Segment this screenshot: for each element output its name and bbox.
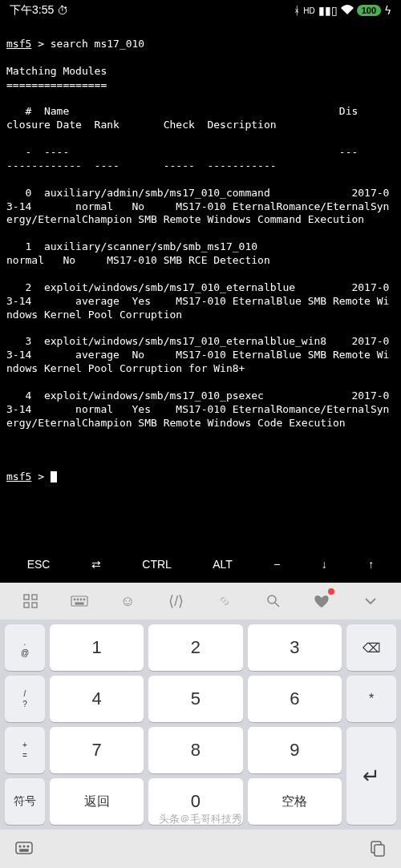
notification-dot [328, 588, 334, 595]
star-key[interactable]: * [346, 676, 396, 722]
collapse-icon[interactable] [361, 591, 380, 611]
hd-icon: HD [303, 6, 314, 15]
key-1[interactable]: 1 [50, 624, 144, 671]
svg-point-5 [74, 599, 75, 600]
key-7[interactable]: 7 [50, 727, 144, 773]
side-key-slash-qmark[interactable]: /? [5, 676, 45, 722]
svg-point-15 [27, 846, 29, 847]
signal-icon: ▮▮▯ [318, 4, 338, 17]
svg-point-10 [268, 595, 276, 604]
ctrl-key[interactable]: CTRL [136, 555, 178, 574]
alarm-icon: ⏱ [57, 4, 68, 17]
backspace-key[interactable]: ⌫ [346, 624, 396, 671]
svg-rect-12 [16, 842, 32, 854]
watermark: 头条＠毛哥科技秀 [159, 812, 242, 826]
heading: Matching Modules [6, 65, 107, 77]
svg-rect-1 [32, 595, 37, 600]
clipboard-icon[interactable] [366, 838, 388, 860]
heart-icon[interactable] [312, 591, 331, 611]
column-headers: # Name Dis closure Date Rank Check Descr… [6, 105, 395, 132]
prompt: msf5 [6, 38, 31, 50]
battery-indicator: 100 [357, 5, 381, 16]
heading-underline: ================ [6, 79, 107, 91]
tab-key[interactable]: ⇄ [85, 555, 107, 574]
svg-rect-18 [375, 845, 384, 856]
result-row-0: 0 auxiliary/admin/smb/ms17_010_command 2… [6, 187, 395, 228]
key-8[interactable]: 8 [148, 727, 242, 773]
svg-line-11 [275, 603, 279, 607]
svg-rect-9 [75, 603, 83, 604]
result-row-3: 3 exploit/windows/smb/ms17_010_eternalbl… [6, 335, 395, 376]
side-key-dot-at[interactable]: .@ [5, 624, 45, 671]
keyboard-bottom-bar [0, 830, 401, 868]
code-icon[interactable]: ⟨/⟩ [167, 591, 186, 611]
column-dashes: - ---- --- ------------ ---- ----- -----… [6, 146, 395, 173]
emoji-icon[interactable]: ☺ [118, 591, 137, 611]
bluetooth-icon: ᚼ [294, 4, 300, 17]
cursor [51, 471, 57, 482]
wifi-icon [341, 4, 354, 17]
keyboard-toolbar: ☺ ⟨/⟩ [0, 583, 401, 620]
result-row-4: 4 exploit/windows/smb/ms17_010_psexec 20… [6, 390, 395, 430]
charging-icon: ϟ [384, 4, 391, 17]
svg-rect-3 [32, 603, 37, 608]
enter-key[interactable]: ↵ [346, 727, 396, 825]
status-right: ᚼ HD ▮▮▯ 100 ϟ [294, 4, 391, 17]
alt-key[interactable]: ALT [206, 555, 239, 574]
svg-rect-2 [24, 603, 29, 608]
clock: 下午3:55 [10, 3, 54, 18]
keypad: .@ 1 2 3 ⌫ /? 4 5 6 * += 7 8 9 ↵ 符号 返回 0… [0, 620, 401, 830]
minus-key[interactable]: − [267, 555, 286, 574]
key-2[interactable]: 2 [148, 624, 242, 671]
svg-point-8 [83, 599, 85, 600]
keyboard-switch-icon[interactable] [13, 838, 35, 860]
svg-rect-16 [20, 850, 28, 851]
grid-icon[interactable] [21, 591, 40, 611]
command: search ms17_010 [51, 38, 144, 50]
arrow-up-key[interactable]: ↑ [362, 555, 380, 574]
svg-point-7 [80, 599, 82, 600]
result-row-2: 2 exploit/windows/smb/ms17_010_eternalbl… [6, 281, 395, 322]
svg-point-13 [19, 846, 21, 847]
status-bar: 下午3:55 ⏱ ᚼ HD ▮▮▯ 100 ϟ [0, 0, 401, 21]
key-3[interactable]: 3 [248, 624, 342, 671]
space-key[interactable]: 空格 [248, 778, 342, 825]
svg-rect-0 [24, 595, 29, 600]
key-4[interactable]: 4 [50, 676, 144, 722]
svg-point-6 [77, 599, 79, 600]
svg-point-14 [23, 846, 25, 847]
result-row-1: 1 auxiliary/scanner/smb/smb_ms17_010 nor… [6, 240, 395, 268]
keyboard-icon[interactable] [70, 591, 89, 611]
prompt-2: msf5 [6, 470, 31, 482]
key-9[interactable]: 9 [248, 727, 342, 773]
key-5[interactable]: 5 [148, 676, 242, 722]
link-icon[interactable] [215, 591, 234, 611]
symbol-key[interactable]: 符号 [5, 778, 45, 825]
terminal-extra-keys: ESC ⇄ CTRL ALT − ↓ ↑ [0, 545, 401, 583]
side-key-plus-eq[interactable]: += [5, 727, 45, 773]
status-left: 下午3:55 ⏱ [10, 3, 68, 18]
esc-key[interactable]: ESC [21, 555, 57, 574]
return-key[interactable]: 返回 [50, 778, 144, 825]
arrow-down-key[interactable]: ↓ [315, 555, 334, 574]
search-icon[interactable] [264, 591, 283, 611]
terminal-output[interactable]: msf5 > search ms17_010 Matching Modules … [0, 21, 401, 487]
key-6[interactable]: 6 [248, 676, 342, 722]
